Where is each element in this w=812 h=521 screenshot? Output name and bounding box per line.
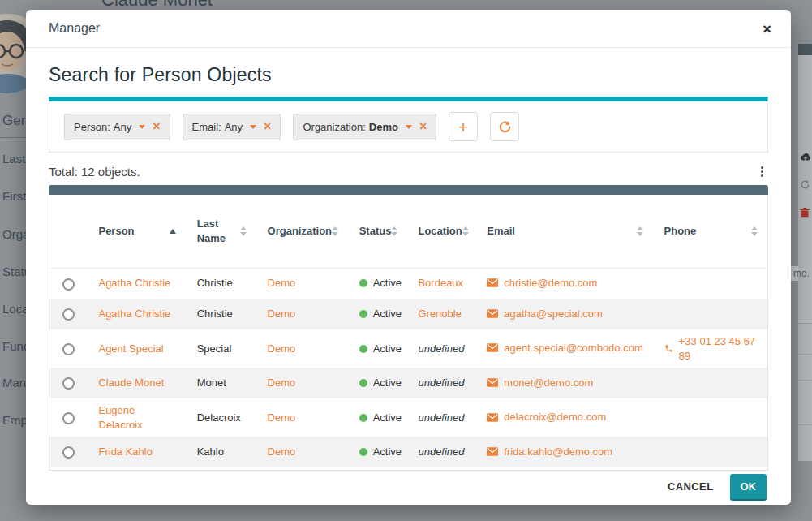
last-name-cell: Christie [186,268,256,299]
row-radio[interactable] [62,446,75,459]
last-name-cell: Kahlo [186,437,256,467]
header-email[interactable]: Email [475,195,652,268]
chevron-down-icon[interactable] [250,125,256,129]
search-heading: Search for Person Objects [49,64,768,86]
sort-icon [637,226,643,236]
refresh-button[interactable] [490,112,519,141]
row-radio[interactable] [62,343,75,355]
row-radio[interactable] [62,278,75,291]
results-table-container: Person Last Name Organization Status Loc [49,195,768,471]
header-person[interactable]: Person [87,195,185,268]
row-radio[interactable] [62,412,75,424]
person-link[interactable]: Frida Kahlo [98,446,152,458]
location-undefined: undefined [418,377,464,389]
row-radio[interactable] [62,308,75,321]
chip-value: Any [114,121,131,133]
sort-icon [391,226,397,236]
email-link[interactable]: frida.kahlo@demo.com [504,445,612,459]
location-link[interactable]: Bordeaux [418,277,463,289]
background-text-fragment: mo. [793,268,810,279]
status-dot [359,279,367,287]
background-label: Last [2,152,25,166]
dialog-title: Manager [49,21,100,36]
header-location[interactable]: Location [406,195,475,268]
location-link[interactable]: Grenoble [418,308,461,320]
email-link[interactable]: agent.special@combodo.com [504,341,642,355]
status-label: Active [373,446,402,458]
cancel-button[interactable]: CANCEL [668,480,714,493]
organization-link[interactable]: Demo [268,308,296,320]
manager-dialog: Manager × Search for Person Objects Pers… [26,10,791,505]
email-icon [487,278,498,287]
email-link[interactable]: monet@demo.com [504,376,593,390]
background-label: Ger [2,113,25,129]
status-label: Active [373,377,402,389]
header-phone[interactable]: Phone [653,195,767,268]
remove-filter-icon[interactable]: × [153,122,160,132]
close-icon[interactable]: × [763,21,771,37]
organization-link[interactable]: Demo [268,411,296,424]
add-criterion-button[interactable]: + [449,112,478,141]
background-side-panel [798,55,812,461]
table-row: Frida Kahlo Kahlo Demo Active undefined … [49,437,767,467]
table-options-kebab-icon[interactable] [756,163,768,180]
table-row: Agatha Christie Christie Demo Active Gre… [49,299,767,329]
chevron-down-icon[interactable] [406,125,412,129]
table-top-bar [49,185,768,195]
header-last-name[interactable]: Last Name [186,195,256,268]
status-dot [359,414,367,422]
email-icon [487,343,498,352]
results-total: Total: 12 objects. [49,165,140,179]
status-label: Active [373,342,402,355]
organization-link[interactable]: Demo [268,277,296,289]
sort-icon [240,226,247,236]
chevron-down-icon[interactable] [139,125,145,129]
last-name-cell: Monet [186,368,256,398]
status-label: Active [373,308,402,320]
cloud-upload-icon [800,151,811,166]
table-row: Agatha Christie Christie Demo Active Bor… [49,268,767,299]
last-name-cell: Christie [186,299,256,329]
table-row: Claude Monet Monet Demo Active undefined… [49,368,767,398]
ok-button[interactable]: OK [730,474,767,499]
phone-link[interactable]: +33 01 23 45 67 89 [679,334,758,363]
search-filter-panel: Person: Any × Email: Any × Organization:… [49,97,768,153]
dialog-header: Manager × [26,10,791,48]
remove-filter-icon[interactable]: × [264,122,271,132]
person-link[interactable]: Agent Special [98,342,163,355]
table-row: Agent Special Special Demo Active undefi… [49,329,767,368]
email-icon [487,378,498,387]
email-link[interactable]: agatha@special.com [504,307,603,321]
header-organization[interactable]: Organization [256,195,348,268]
status-dot [359,345,367,353]
chip-value: Any [225,121,243,133]
chip-label: Email: [192,121,221,133]
filter-chip-person[interactable]: Person: Any × [64,114,170,140]
organization-link[interactable]: Demo [268,377,296,389]
filter-chip-email[interactable]: Email: Any × [183,114,281,140]
status-dot [359,379,367,387]
person-link[interactable]: Agatha Christie [98,277,170,289]
email-link[interactable]: delacroix@demo.com [504,410,606,424]
phone-icon [664,343,673,354]
header-status[interactable]: Status [348,195,407,268]
email-icon [487,413,498,422]
status-dot [359,310,367,318]
email-icon [487,447,498,456]
remove-filter-icon[interactable]: × [419,122,427,132]
status-label: Active [373,411,402,424]
person-link[interactable]: Claude Monet [98,377,164,389]
location-undefined: undefined [418,446,464,458]
trash-icon [800,207,810,222]
organization-link[interactable]: Demo [268,446,296,458]
organization-link[interactable]: Demo [268,342,296,355]
email-icon [487,309,498,318]
undo-icon [800,179,810,193]
background-divider [0,137,26,138]
email-link[interactable]: christie@demo.com [504,276,597,291]
person-link[interactable]: Agatha Christie [98,308,170,320]
filter-chip-organization[interactable]: Organization: Demo × [293,114,436,140]
background-label: Loca [2,302,29,316]
person-link[interactable]: Eugene Delacroix [98,404,142,431]
row-radio[interactable] [62,377,75,390]
